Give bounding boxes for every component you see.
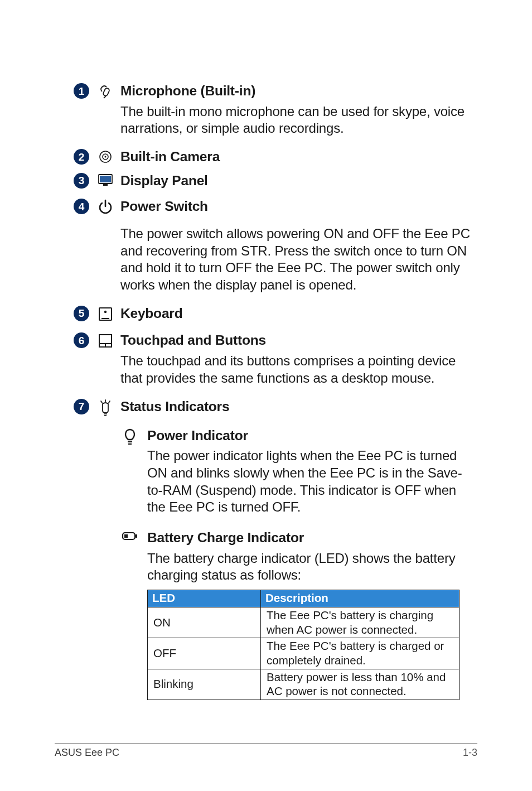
item-display: 3 Display Panel [74, 172, 476, 190]
display-icon [96, 173, 115, 187]
bulb-icon [120, 428, 139, 445]
sub-power-indicator: Power Indicator The power indicator ligh… [120, 427, 476, 517]
badge-number: 5 [79, 308, 85, 319]
sub-title: Battery Charge Indicator [147, 529, 476, 547]
sub-title: Power Indicator [147, 427, 476, 445]
table-header-led: LED [148, 590, 261, 607]
table-row: Blinking Battery power is less than 10% … [148, 669, 460, 700]
item-title: Display Panel [120, 172, 476, 190]
cell-desc: Battery power is less than 10% and AC po… [261, 669, 460, 700]
item-title: Touchpad and Buttons [120, 332, 476, 349]
item-title: Microphone (Built-in) [120, 83, 476, 100]
footer-left: ASUS Eee PC [55, 747, 119, 759]
svg-rect-0 [103, 88, 110, 97]
item-title: Power Switch [120, 198, 476, 215]
badge-6: 6 [74, 332, 89, 348]
item-status-indicators: 7 Status Indicators [74, 398, 476, 416]
svg-rect-7 [103, 184, 108, 186]
status-icon [96, 399, 115, 417]
svg-rect-24 [124, 534, 128, 538]
item-camera: 2 Built-in Camera [74, 148, 476, 166]
table-row: ON The Eee PC's battery is charging when… [148, 607, 460, 638]
item-title: Status Indicators [120, 398, 476, 416]
item-touchpad: 6 Touchpad and Buttons The touchpad and … [74, 332, 476, 387]
sub-battery-indicator: Battery Charge Indicator The battery cha… [120, 529, 476, 700]
badge-number: 3 [79, 175, 85, 186]
cell-desc: The Eee PC's battery is charged or compl… [261, 638, 460, 669]
svg-line-17 [109, 401, 110, 403]
badge-7: 7 [74, 399, 89, 414]
table-row: OFF The Eee PC's battery is charged or c… [148, 638, 460, 669]
battery-icon [120, 530, 139, 542]
table-header-description: Description [261, 590, 460, 607]
sub-body: The power indicator lights when the Eee … [147, 447, 476, 516]
cell-led: OFF [148, 638, 261, 669]
svg-line-1 [104, 96, 106, 98]
item-body: The built-in mono microphone can be used… [120, 103, 476, 137]
item-title: Keyboard [120, 305, 476, 322]
page-footer: ASUS Eee PC 1-3 [55, 743, 477, 759]
item-power-switch: 4 Power Switch The power switch allows p… [74, 198, 476, 294]
item-body: The touchpad and its buttons comprises a… [120, 353, 476, 387]
camera-icon [96, 149, 115, 164]
svg-rect-6 [100, 176, 111, 182]
badge-number: 7 [79, 401, 85, 412]
power-icon [96, 199, 115, 215]
microphone-icon [96, 84, 115, 99]
svg-rect-23 [136, 534, 137, 538]
item-title: Built-in Camera [120, 148, 476, 166]
badge-number: 6 [79, 335, 85, 346]
badge-number: 4 [79, 201, 85, 212]
cell-led: Blinking [148, 669, 261, 700]
item-microphone: 1 Microphone (Built-in) The built-in mon… [74, 83, 476, 137]
badge-3: 3 [74, 173, 89, 189]
item-keyboard: 5 Keyboard [74, 305, 476, 322]
svg-point-4 [105, 156, 107, 158]
keyboard-icon [96, 306, 115, 322]
svg-line-16 [101, 401, 102, 403]
badge-2: 2 [74, 149, 89, 165]
touchpad-icon [96, 333, 115, 349]
sub-body: The battery charge indicator (LED) shows… [147, 550, 476, 584]
badge-1: 1 [74, 83, 89, 99]
footer-page-number: 1-3 [463, 747, 477, 759]
badge-5: 5 [74, 306, 89, 321]
cell-desc: The Eee PC's battery is charging when AC… [261, 607, 460, 638]
badge-number: 1 [79, 86, 85, 97]
battery-table: LED Description ON The Eee PC's battery … [147, 590, 476, 700]
cell-led: ON [148, 607, 261, 638]
badge-number: 2 [79, 152, 85, 162]
item-body: The power switch allows powering ON and … [120, 225, 476, 294]
svg-point-10 [104, 311, 107, 313]
badge-4: 4 [74, 199, 89, 214]
